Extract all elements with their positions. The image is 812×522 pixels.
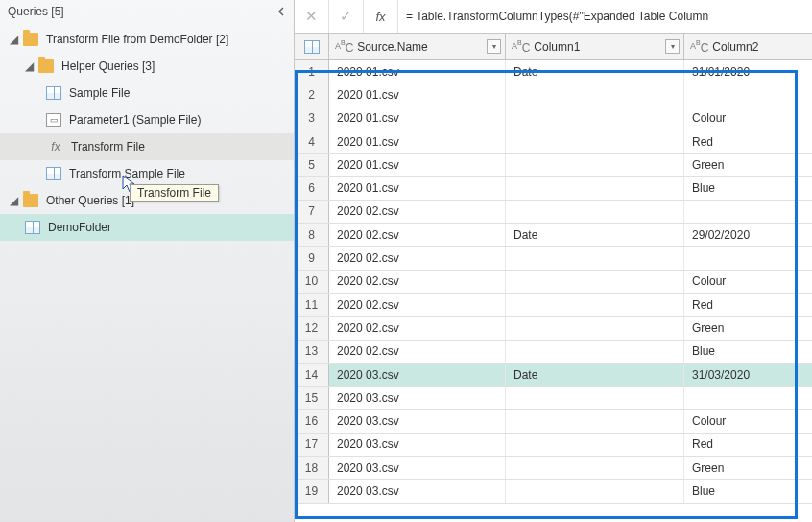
cell-source-name[interactable]: 2020 01.csv — [329, 154, 506, 176]
table-row[interactable]: 172020 03.csvRed — [295, 434, 812, 457]
cell-column1[interactable] — [506, 177, 684, 199]
cell-column1[interactable] — [506, 457, 684, 479]
row-number[interactable]: 19 — [295, 480, 329, 502]
column-header-column2[interactable]: ABC Column2 — [684, 34, 812, 59]
cell-column1[interactable] — [506, 294, 684, 316]
cell-column1[interactable] — [506, 154, 684, 176]
row-number[interactable]: 13 — [295, 341, 329, 363]
cell-column1[interactable] — [506, 387, 684, 409]
table-row[interactable]: 52020 01.csvGreen — [295, 154, 812, 177]
cell-source-name[interactable]: 2020 01.csv — [329, 107, 506, 130]
table-row[interactable]: 112020 02.csvRed — [295, 294, 812, 317]
cell-column2[interactable]: Blue — [684, 177, 812, 199]
tree-item-parameter1[interactable]: ▭ Parameter1 (Sample File) — [0, 107, 294, 133]
cell-source-name[interactable]: 2020 03.csv — [329, 480, 506, 502]
row-number[interactable]: 10 — [295, 271, 329, 293]
row-number[interactable]: 9 — [295, 247, 329, 269]
table-row[interactable]: 72020 02.csv — [295, 201, 812, 224]
cell-column2[interactable]: Colour — [684, 410, 812, 432]
cell-column2[interactable]: Red — [684, 294, 812, 316]
table-row[interactable]: 22020 01.csv — [295, 83, 812, 107]
cell-column2[interactable]: Colour — [684, 271, 812, 293]
column-filter-dropdown-icon[interactable]: ▾ — [665, 39, 680, 54]
column-header-column1[interactable]: ABC Column1 ▾ — [506, 34, 684, 59]
cell-column2[interactable] — [684, 387, 812, 409]
tree-group-transform-file-from-demofolder[interactable]: ◢ Transform File from DemoFolder [2] — [0, 26, 294, 53]
cell-column2[interactable]: Green — [684, 317, 812, 339]
cell-column1[interactable] — [506, 341, 684, 363]
cell-column2[interactable] — [684, 83, 812, 106]
cell-column1[interactable] — [506, 480, 684, 502]
row-number[interactable]: 5 — [295, 154, 329, 176]
cell-column2[interactable]: Red — [684, 434, 812, 456]
cell-column1[interactable] — [506, 410, 684, 432]
cell-column2[interactable]: 29/02/2020 — [684, 224, 812, 246]
tree-item-sample-file[interactable]: Sample File — [0, 80, 294, 107]
cell-column2[interactable]: Red — [684, 130, 812, 153]
table-row[interactable]: 152020 03.csv — [295, 387, 812, 410]
cell-source-name[interactable]: 2020 03.csv — [329, 410, 506, 432]
row-number[interactable]: 18 — [295, 457, 329, 479]
table-row[interactable]: 102020 02.csvColour — [295, 271, 812, 294]
collapse-panel-icon[interactable] — [274, 3, 291, 20]
table-row[interactable]: 142020 03.csvDate31/03/2020 — [295, 364, 812, 387]
table-row[interactable]: 132020 02.csvBlue — [295, 341, 812, 364]
table-row[interactable]: 32020 01.csvColour — [295, 107, 812, 130]
cell-source-name[interactable]: 2020 03.csv — [329, 387, 506, 409]
cell-column1[interactable]: Date — [506, 224, 684, 246]
column-header-source-name[interactable]: ABC Source.Name ▾ — [329, 34, 506, 59]
table-row[interactable]: 62020 01.csvBlue — [295, 177, 812, 200]
cell-column1[interactable] — [506, 434, 684, 456]
tree-group-helper-queries[interactable]: ◢ Helper Queries [3] — [0, 53, 294, 80]
cell-column1[interactable]: Date — [506, 364, 684, 386]
cell-source-name[interactable]: 2020 01.csv — [329, 60, 506, 83]
cell-column1[interactable] — [506, 247, 684, 269]
cell-source-name[interactable]: 2020 03.csv — [329, 434, 506, 456]
cell-column1[interactable] — [506, 317, 684, 339]
tree-item-transform-sample-file[interactable]: Transform Sample File — [0, 160, 294, 187]
row-number[interactable]: 16 — [295, 410, 329, 432]
cell-column2[interactable] — [684, 201, 812, 223]
table-row[interactable]: 12020 01.csvDate31/01/2020 — [295, 60, 812, 83]
cell-column1[interactable] — [506, 271, 684, 293]
cell-column1[interactable] — [506, 130, 684, 153]
cell-column1[interactable]: Date — [506, 60, 684, 83]
row-number[interactable]: 14 — [295, 364, 329, 386]
formula-commit-button[interactable]: ✓ — [329, 0, 364, 33]
formula-cancel-button[interactable]: ✕ — [295, 0, 329, 33]
formula-input[interactable]: = Table.TransformColumnTypes(#"Expanded … — [398, 0, 812, 33]
row-number[interactable]: 6 — [295, 177, 329, 199]
cell-column1[interactable] — [506, 83, 684, 106]
cell-column2[interactable]: Blue — [684, 341, 812, 363]
table-row[interactable]: 182020 03.csvGreen — [295, 457, 812, 480]
row-number[interactable]: 3 — [295, 107, 329, 130]
cell-column1[interactable] — [506, 201, 684, 223]
table-row[interactable]: 192020 03.csvBlue — [295, 480, 812, 503]
cell-source-name[interactable]: 2020 01.csv — [329, 83, 506, 106]
cell-source-name[interactable]: 2020 01.csv — [329, 130, 506, 153]
cell-source-name[interactable]: 2020 02.csv — [329, 247, 506, 269]
grid-corner[interactable] — [295, 34, 329, 59]
cell-source-name[interactable]: 2020 02.csv — [329, 201, 506, 223]
cell-column2[interactable] — [684, 247, 812, 269]
tree-item-transform-file[interactable]: fx Transform File — [0, 133, 294, 160]
cell-column2[interactable]: Green — [684, 457, 812, 479]
row-number[interactable]: 15 — [295, 387, 329, 409]
row-number[interactable]: 12 — [295, 317, 329, 339]
tree-item-demofolder[interactable]: DemoFolder — [0, 214, 294, 241]
cell-source-name[interactable]: 2020 01.csv — [329, 177, 506, 199]
table-row[interactable]: 42020 01.csvRed — [295, 130, 812, 154]
cell-column2[interactable]: Green — [684, 154, 812, 176]
cell-column2[interactable]: Colour — [684, 107, 812, 130]
cell-source-name[interactable]: 2020 02.csv — [329, 341, 506, 363]
cell-column2[interactable]: 31/03/2020 — [684, 364, 812, 386]
row-number[interactable]: 8 — [295, 224, 329, 246]
cell-source-name[interactable]: 2020 02.csv — [329, 271, 506, 293]
table-row[interactable]: 162020 03.csvColour — [295, 410, 812, 433]
cell-source-name[interactable]: 2020 03.csv — [329, 457, 506, 479]
row-number[interactable]: 11 — [295, 294, 329, 316]
column-filter-dropdown-icon[interactable]: ▾ — [487, 39, 501, 54]
cell-column2[interactable]: Blue — [684, 480, 812, 502]
cell-column1[interactable] — [506, 107, 684, 130]
table-row[interactable]: 82020 02.csvDate29/02/2020 — [295, 224, 812, 247]
